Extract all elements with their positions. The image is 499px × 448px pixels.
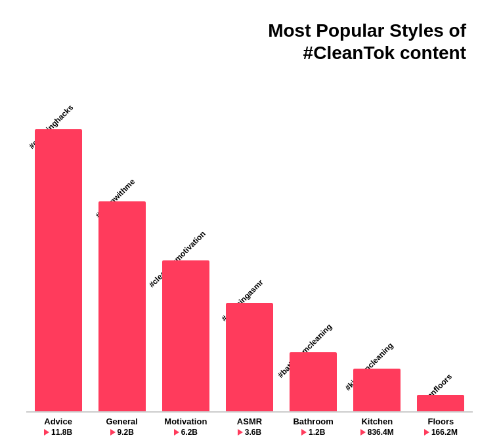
category-name-advice: Advice: [44, 417, 72, 426]
value-row-motivation: 6.2B: [174, 428, 198, 437]
main-container: Most Popular Styles of #CleanTok content…: [0, 0, 499, 448]
bar-group-advice: #cleaninghacks: [26, 77, 90, 411]
value-text-motivation: 6.2B: [181, 428, 198, 437]
value-row-asmr: 3.6B: [238, 428, 261, 437]
title-line1: Most Popular Styles of: [268, 20, 466, 41]
axis-line: [26, 411, 473, 413]
bar-group-general: #cleanwithme: [90, 77, 154, 411]
bar-general: [98, 201, 146, 411]
bar-kitchen: [353, 369, 401, 411]
value-row-floors: 166.2M: [424, 428, 458, 437]
value-text-advice: 11.8B: [51, 428, 72, 437]
value-text-asmr: 3.6B: [245, 428, 261, 437]
category-name-floors: Floors: [428, 417, 454, 426]
category-name-motivation: Motivation: [164, 417, 207, 426]
value-row-general: 9.2B: [110, 428, 134, 437]
category-name-kitchen: Kitchen: [361, 417, 393, 426]
value-text-general: 9.2B: [118, 428, 134, 437]
label-group-general: General9.2B: [90, 417, 154, 437]
label-group-motivation: Motivation6.2B: [154, 417, 217, 437]
label-group-advice: Advice11.8B: [26, 417, 90, 437]
bar-advice: [35, 129, 82, 411]
play-icon-advice: [44, 429, 49, 436]
category-name-asmr: ASMR: [237, 417, 262, 426]
label-group-kitchen: Kitchen836.4M: [345, 417, 409, 437]
play-icon-general: [110, 429, 116, 436]
play-icon-bathroom: [301, 429, 307, 436]
play-icon-motivation: [174, 429, 179, 436]
bar-group-floors: #cleanfloors: [409, 77, 473, 411]
label-group-floors: Floors166.2M: [409, 417, 473, 437]
label-group-bathroom: Bathroom1.2B: [282, 417, 345, 437]
bars-wrapper: #cleaninghacks#cleanwithme#cleaningmotiv…: [26, 77, 473, 411]
labels-row: Advice11.8BGeneral9.2BMotivation6.2BASMR…: [26, 417, 473, 437]
value-text-bathroom: 1.2B: [309, 428, 325, 437]
bar-group-motivation: #cleaningmotivation: [154, 77, 217, 411]
category-name-general: General: [106, 417, 138, 426]
play-icon-asmr: [238, 429, 243, 436]
bar-group-kitchen: #kitchencleaning: [345, 77, 409, 411]
bar-group-asmr: #cleaningasmr: [217, 77, 281, 411]
value-row-advice: 11.8B: [44, 428, 72, 437]
bar-asmr: [226, 303, 273, 411]
bar-group-bathroom: #bathroomcleaning: [282, 77, 345, 411]
value-row-kitchen: 836.4M: [360, 428, 394, 437]
bar-floors: [417, 395, 464, 411]
category-name-bathroom: Bathroom: [293, 417, 333, 426]
label-group-asmr: ASMR3.6B: [217, 417, 281, 437]
chart-area: #cleaninghacks#cleanwithme#cleaningmotiv…: [26, 77, 473, 437]
title-line2: #CleanTok content: [303, 43, 466, 63]
value-text-floors: 166.2M: [431, 428, 458, 437]
chart-title: Most Popular Styles of #CleanTok content: [26, 20, 473, 64]
play-icon-floors: [424, 429, 429, 436]
value-text-kitchen: 836.4M: [368, 428, 394, 437]
bar-motivation: [162, 260, 209, 411]
play-icon-kitchen: [360, 429, 366, 436]
value-row-bathroom: 1.2B: [301, 428, 325, 437]
bar-bathroom: [290, 352, 337, 411]
